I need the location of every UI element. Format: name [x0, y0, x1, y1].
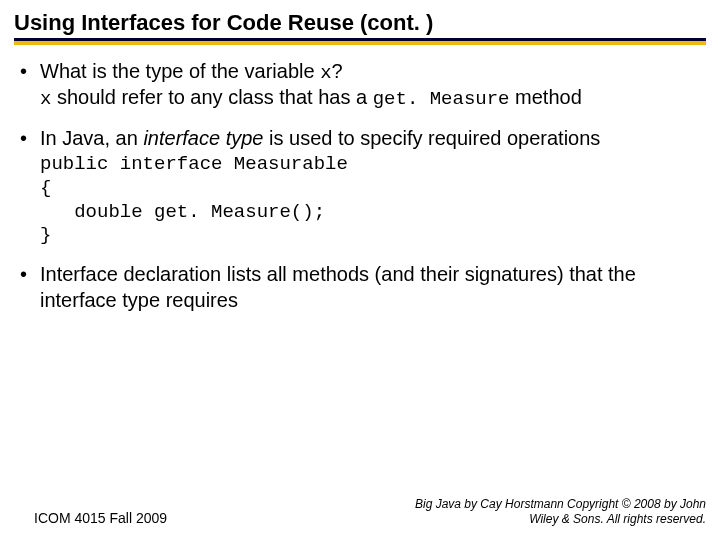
text: ? — [332, 60, 343, 82]
bullet-body: What is the type of the variable x? — [40, 59, 700, 85]
bullet-list: • What is the type of the variable x? x … — [20, 59, 700, 313]
text: is used to specify required operations — [263, 127, 600, 149]
footer-right: Big Java by Cay Horstmann Copyright © 20… — [386, 497, 706, 526]
bullet-2: • In Java, an interface type is used to … — [20, 126, 700, 249]
slide: Using Interfaces for Code Reuse (cont. )… — [0, 0, 720, 540]
bullet-mark: • — [20, 59, 40, 85]
content-area: • What is the type of the variable x? x … — [14, 45, 706, 313]
footer: ICOM 4015 Fall 2009 Big Java by Cay Hors… — [14, 497, 706, 526]
text-emphasis: interface type — [143, 127, 263, 149]
code-inline: x — [320, 62, 331, 84]
bullet-body: In Java, an interface type is used to sp… — [40, 126, 700, 152]
bullet-1: • What is the type of the variable x? x … — [20, 59, 700, 112]
bullet-mark: • — [20, 126, 40, 152]
code-inline: x — [40, 88, 51, 110]
text: In Java, an — [40, 127, 143, 149]
bullet-1-line2: x should refer to any class that has a g… — [40, 85, 700, 111]
code-inline: get. Measure — [373, 88, 510, 110]
slide-title: Using Interfaces for Code Reuse (cont. ) — [14, 10, 706, 38]
code-block: public interface Measurable { double get… — [40, 153, 700, 248]
text: should refer to any class that has a — [51, 86, 372, 108]
bullet-body: Interface declaration lists all methods … — [40, 262, 700, 313]
footer-left: ICOM 4015 Fall 2009 — [14, 510, 167, 526]
text: What is the type of the variable — [40, 60, 320, 82]
text: method — [510, 86, 582, 108]
bullet-3: • Interface declaration lists all method… — [20, 262, 700, 313]
bullet-mark: • — [20, 262, 40, 313]
